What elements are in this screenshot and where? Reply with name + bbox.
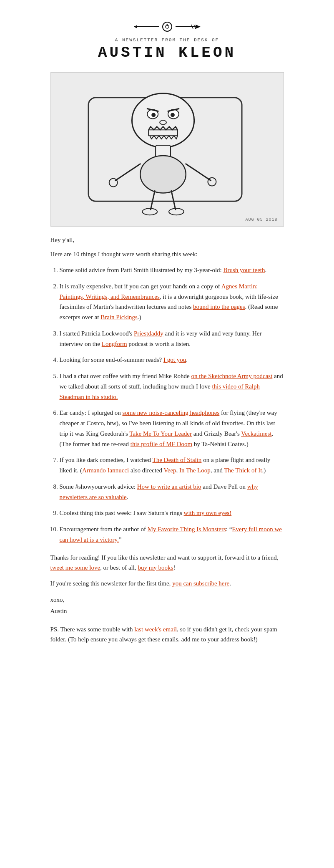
list-item: I started Patricia Lockwood's Priestdadd… xyxy=(60,328,284,349)
subscribe-link[interactable]: you can subscribe here xyxy=(172,580,229,587)
item-4-text-after: . xyxy=(186,356,188,363)
svg-point-4 xyxy=(166,24,168,26)
last-weeks-email-link[interactable]: last week's email xyxy=(134,626,177,633)
headphones-link[interactable]: some new noise-canceling headphones xyxy=(122,409,219,416)
item-10-text-middle: : “ xyxy=(226,526,232,532)
item-8-text-before: Some #showyourwork advice: xyxy=(60,483,137,490)
list-item: If you like dark comedies, I watched The… xyxy=(60,455,284,476)
footer1-text-after: ! xyxy=(173,564,175,571)
arrow-decoration-icon xyxy=(130,19,205,34)
list-item: Coolest thing this past week: I saw Satu… xyxy=(60,508,284,518)
footer2-text-after: . xyxy=(229,580,231,587)
brain-pickings-link[interactable]: Brain Pickings xyxy=(100,314,138,320)
item-3-text-after: podcast is worth a listen. xyxy=(127,341,191,347)
intro-text: Here are 10 things I thought were worth … xyxy=(50,249,284,259)
item-8-text-after: . xyxy=(127,494,128,500)
item-7-text-before: If you like dark comedies, I watched xyxy=(60,457,153,463)
longform-link[interactable]: Longform xyxy=(102,341,127,347)
item-8-text-middle: and Dave Pell on xyxy=(201,483,247,490)
greeting: Hey y'all, xyxy=(50,235,284,245)
footer-para-1: Thanks for reading! If you like this new… xyxy=(50,553,284,573)
hero-sketch-svg xyxy=(51,73,284,226)
item-3-text-before: I started Patricia Lockwood's xyxy=(60,330,134,337)
got-you-link[interactable]: I got you xyxy=(163,356,186,363)
signoff-section: xoxo, Austin xyxy=(50,594,284,617)
armando-iannucci-link[interactable]: Armando Iannucci xyxy=(82,467,129,474)
items-list: Some solid advice from Patti Smith illus… xyxy=(50,265,284,545)
header-title: Austin Kleon xyxy=(50,44,284,61)
sketchnote-army-link[interactable]: on the Sketchnote Army podcast xyxy=(191,373,272,379)
ps-section: PS. There was some trouble with last wee… xyxy=(50,624,284,645)
item-10-text-before: Encouragement from the author of xyxy=(60,526,148,532)
ps-text-before: PS. There was some trouble with xyxy=(50,626,135,633)
priestdaddy-link[interactable]: Priestdaddy xyxy=(134,330,163,337)
list-item: It is really expensive, but if you can g… xyxy=(60,281,284,323)
footer-para-2: If you're seeing this newsletter for the… xyxy=(50,578,284,588)
tweet-love-link[interactable]: tweet me some love xyxy=(50,564,100,571)
list-item: I had a chat over coffee with my friend … xyxy=(60,371,284,402)
artist-bio-link[interactable]: How to write an artist bio xyxy=(137,483,201,490)
item-2-text-after: .) xyxy=(138,314,141,320)
death-of-stalin-link[interactable]: The Death of Stalin xyxy=(152,457,201,463)
item-5-text-before: I had a chat over coffee with my friend … xyxy=(60,373,191,379)
item-2-text-before: It is really expensive, but if you can g… xyxy=(60,283,221,290)
list-item: Some #showyourwork advice: How to write … xyxy=(60,482,284,502)
bound-pages-link[interactable]: bound into the pages xyxy=(193,303,245,310)
item-6-text-middle2: and Grizzly Bear's xyxy=(192,430,241,437)
brush-your-teeth-link[interactable]: Brush your teeth xyxy=(223,267,265,273)
item-7-text-middle3: , xyxy=(176,467,180,474)
signoff-text: xoxo, xyxy=(50,594,284,606)
item-1-text-after: . xyxy=(265,267,266,273)
mf-doom-link[interactable]: this profile of MF Doom xyxy=(131,441,192,447)
item-7-text-middle2: also directed xyxy=(129,467,163,474)
item-6-text-after: by Ta-Nehisi Coates.) xyxy=(192,441,248,447)
header-subtitle: A Newsletter From The Desk Of xyxy=(50,38,284,43)
svg-point-14 xyxy=(151,113,156,117)
footer2-text-before: If you're seeing this newsletter for the… xyxy=(50,580,173,587)
list-item: Looking for some end-of-summer reads? I … xyxy=(60,355,284,365)
item-7-text-after: .) xyxy=(262,467,266,474)
list-item: Ear candy: I splurged on some new noise-… xyxy=(60,408,284,449)
header: A Newsletter From The Desk Of Austin Kle… xyxy=(50,8,284,72)
item-7-text-middle4: , and xyxy=(211,467,224,474)
footer1-text-before: Thanks for reading! If you like this new… xyxy=(50,554,279,561)
author-name: Austin xyxy=(50,606,284,617)
item-1-text-before: Some solid advice from Patti Smith illus… xyxy=(60,267,224,273)
veep-link[interactable]: Veep xyxy=(164,467,176,474)
buy-books-link[interactable]: buy my books xyxy=(138,564,173,571)
svg-point-24 xyxy=(140,156,186,193)
hero-image: AUG 05 2018 xyxy=(50,72,284,227)
in-the-loop-link[interactable]: In The Loop xyxy=(179,467,211,474)
footer1-text-middle: , or best of all, xyxy=(100,564,138,571)
hero-date: AUG 05 2018 xyxy=(245,217,277,222)
saturns-rings-link[interactable]: with my own eyes! xyxy=(184,510,232,516)
thick-of-it-link[interactable]: The Thick of It xyxy=(224,467,262,474)
svg-marker-6 xyxy=(196,25,201,29)
veckatimest-link[interactable]: Veckatimest xyxy=(241,430,271,437)
item-10-text-after: ” xyxy=(119,536,122,543)
svg-point-2 xyxy=(163,22,172,31)
svg-point-15 xyxy=(170,113,174,117)
monsters-link[interactable]: My Favorite Thing Is Monsters xyxy=(148,526,226,532)
take-me-to-your-leader-link[interactable]: Take Me To Your Leader xyxy=(129,430,192,437)
list-item: Some solid advice from Patti Smith illus… xyxy=(60,265,284,275)
item-6-text-before: Ear candy: I splurged on xyxy=(60,409,123,416)
item-4-text-before: Looking for some end-of-summer reads? xyxy=(60,356,164,363)
svg-marker-1 xyxy=(134,25,137,28)
list-item: Encouragement from the author of My Favo… xyxy=(60,524,284,545)
item-9-text-before: Coolest thing this past week: I saw Satu… xyxy=(60,510,184,516)
